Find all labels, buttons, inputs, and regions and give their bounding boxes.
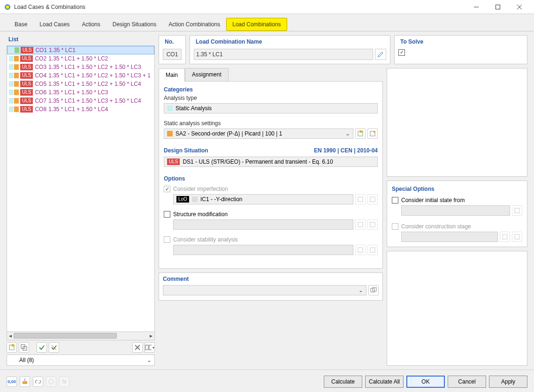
main-panel: Categories Analysis type Static Analysis…: [159, 81, 383, 269]
imperfection-edit-button: [367, 194, 378, 204]
main-tabs: Base Load Cases Actions Design Situation…: [0, 14, 534, 31]
list-filter-dropdown[interactable]: All (8) ⌄: [7, 354, 155, 366]
initial-state-checkbox[interactable]: [392, 197, 398, 204]
right-pane: No. CO1 Load Combination Name 1.35 * LC1…: [159, 35, 527, 366]
initial-state-edit-button: [512, 205, 522, 216]
ds-head: Design Situation EN 1990 | CEN | 2010-04: [164, 147, 378, 154]
edit-name-button[interactable]: [375, 49, 386, 60]
new-item-button[interactable]: ★: [7, 342, 17, 353]
footer-model-button[interactable]: [20, 377, 30, 387]
scroll-left-arrow[interactable]: ◂: [7, 332, 14, 339]
analysis-type-value: Static Analysis: [164, 103, 378, 113]
chevron-down-icon: ⌄: [147, 357, 152, 363]
initial-state-label: Consider initial state from: [401, 197, 465, 204]
list-item[interactable]: ULSCO21.35 * LC1 + 1.50 * LC2: [7, 54, 154, 63]
comment-head: Comment: [163, 276, 379, 282]
calculate-all-button[interactable]: Calculate All: [365, 376, 404, 388]
options-section: Options Consider imperfection LoO IC1 - …: [164, 175, 378, 255]
svg-rect-20: [370, 197, 375, 202]
delete-item-button[interactable]: [132, 342, 143, 353]
window-title: Load Cases & Combinations: [14, 4, 465, 10]
view-mode-button[interactable]: ▾: [145, 342, 155, 353]
uls-badge: ULS: [167, 158, 180, 165]
categories-head: Categories: [164, 86, 378, 93]
comment-dropdown[interactable]: ⌄: [163, 285, 366, 295]
filter-value: All (8): [19, 357, 34, 363]
list-item[interactable]: ULSCO71.35 * LC1 + 1.50 * LC3 + 1.50 * L…: [7, 97, 154, 105]
design-situation-section: Design Situation EN 1990 | CEN | 2010-04…: [164, 147, 378, 167]
svg-point-32: [49, 379, 53, 384]
list-toolbar: ★ ▾: [7, 340, 155, 354]
list-item[interactable]: ULSCO51.35 * LC1 + 1.50 * LC2 + 1.50 * L…: [7, 80, 154, 88]
subtab-main[interactable]: Main: [159, 68, 185, 82]
tab-load-cases[interactable]: Load Cases: [33, 18, 76, 31]
struct-mod-label: Structure modification: [173, 211, 228, 218]
imperfection-label: Consider imperfection: [173, 186, 228, 192]
ds-standard: EN 1990 | CEN | 2010-04: [314, 147, 378, 154]
check-all-button[interactable]: [37, 342, 47, 353]
tab-base[interactable]: Base: [8, 18, 33, 31]
footer-units-button[interactable]: 0,00: [7, 377, 17, 387]
options-head: Options: [164, 175, 378, 182]
struct-mod-checkbox[interactable]: [164, 211, 170, 218]
imperfection-new-button: [355, 194, 366, 204]
footer-link-button[interactable]: [33, 377, 43, 387]
tab-load-combinations[interactable]: Load Combinations: [226, 18, 287, 31]
list-item[interactable]: ULSCO31.35 * LC1 + 1.50 * LC2 + 1.50 * L…: [7, 63, 154, 71]
apply-button[interactable]: Apply: [489, 376, 527, 388]
close-button[interactable]: [509, 0, 530, 14]
svg-rect-23: [358, 248, 363, 252]
sas-dropdown[interactable]: SA2 - Second-order (P-Δ) | Picard | 100 …: [164, 128, 353, 139]
analysis-type-swatch: [167, 106, 173, 111]
categories-section: Categories Analysis type Static Analysis…: [164, 86, 378, 139]
tab-design-situations[interactable]: Design Situations: [107, 18, 162, 31]
maximize-button[interactable]: [487, 0, 509, 14]
combination-name-input[interactable]: 1.35 * LC1: [194, 49, 373, 60]
minimize-button[interactable]: [465, 0, 487, 14]
imperfection-dropdown[interactable]: LoO IC1 - -Y-direction: [173, 194, 353, 204]
list-h-scrollbar[interactable]: ◂ ▸: [7, 332, 155, 340]
ds-value-row: ULS DS1 - ULS (STR/GEO) - Permanent and …: [164, 157, 378, 167]
solve-box: To Solve: [394, 35, 527, 64]
svg-rect-21: [358, 222, 363, 227]
name-box: Load Combination Name 1.35 * LC1: [190, 35, 390, 64]
sas-new-button[interactable]: ★: [355, 128, 366, 139]
construction-stage-label: Consider construction stage: [401, 223, 471, 230]
tab-action-combinations[interactable]: Action Combinations: [162, 18, 226, 31]
copy-item-button[interactable]: [19, 342, 29, 353]
content-area: List ULSCO11.35 * LC1ULSCO21.35 * LC1 + …: [0, 31, 534, 369]
construction-stage-edit-button: [512, 232, 522, 242]
sas-edit-button[interactable]: [367, 128, 378, 139]
combination-list[interactable]: ULSCO11.35 * LC1ULSCO21.35 * LC1 + 1.50 …: [7, 45, 155, 332]
app-icon: [4, 3, 11, 11]
header-row: No. CO1 Load Combination Name 1.35 * LC1…: [159, 35, 527, 64]
cancel-button[interactable]: Cancel: [448, 376, 486, 388]
special-head: Special Options: [392, 186, 522, 192]
scroll-right-arrow[interactable]: ▸: [148, 332, 154, 339]
list-item[interactable]: ULSCO81.35 * LC1 + 1.50 * LC4: [7, 105, 154, 113]
chevron-down-icon: ⌄: [359, 287, 363, 294]
comment-box: Comment ⌄: [159, 272, 383, 301]
solve-label: To Solve: [398, 38, 523, 46]
scroll-thumb[interactable]: [14, 333, 117, 339]
special-options-box: Special Options Consider initial state f…: [387, 181, 527, 247]
ok-button[interactable]: OK: [406, 376, 445, 388]
to-solve-checkbox[interactable]: [398, 49, 405, 56]
imperfection-swatch: [192, 196, 198, 202]
list-item[interactable]: ULSCO41.35 * LC1 + 1.50 * LC2 + 1.50 * L…: [7, 71, 154, 80]
side-empty-box: [387, 251, 527, 366]
tab-actions[interactable]: Actions: [76, 18, 106, 31]
construction-stage-dropdown: [401, 232, 498, 242]
struct-mod-new-button: [355, 219, 366, 230]
list-item[interactable]: ULSCO61.35 * LC1 + 1.50 * LC3: [7, 88, 154, 97]
stability-checkbox: [164, 236, 170, 243]
list-item[interactable]: ULSCO11.35 * LC1: [7, 46, 154, 54]
svg-rect-13: [145, 345, 148, 350]
no-label: No.: [163, 38, 182, 46]
comment-library-button[interactable]: [368, 285, 379, 295]
uncheck-all-button[interactable]: [49, 342, 59, 353]
stability-edit-button: [367, 245, 378, 255]
subtab-assignment[interactable]: Assignment: [185, 68, 229, 81]
calculate-button[interactable]: Calculate: [324, 376, 362, 388]
subtabs: Main Assignment: [159, 68, 383, 81]
